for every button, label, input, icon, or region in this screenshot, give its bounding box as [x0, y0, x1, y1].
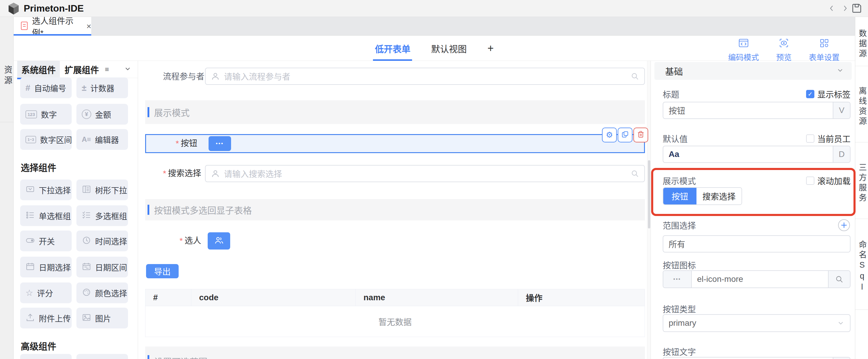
person-picker-button[interactable]	[208, 232, 230, 250]
field-settings-button[interactable]: ⚙	[602, 128, 617, 142]
show-label-checkbox[interactable]: ✓ 显示标签	[806, 88, 850, 100]
tab-extended-components[interactable]: 扩展组件	[65, 63, 99, 76]
save-icon[interactable]	[851, 2, 863, 14]
checkbox-unchecked-icon[interactable]	[806, 134, 814, 143]
range-property-row: 范围选择	[663, 219, 850, 232]
rail-tab-resources-label: 资源	[0, 65, 13, 87]
code-mode-button[interactable]: 编码模式	[728, 38, 759, 62]
title-input[interactable]: 按钮 V	[663, 102, 850, 119]
canvas-scrollbar-thumb[interactable]	[648, 160, 650, 228]
preview-button[interactable]: 预览	[776, 38, 792, 62]
scroll-load-checkbox[interactable]: 滚动加载	[806, 175, 850, 187]
rail-tab-named-sql[interactable]: 命名Sql	[855, 219, 868, 310]
component-chip-number[interactable]: 123 数字	[20, 104, 72, 125]
add-view-button[interactable]: +	[487, 42, 494, 55]
icon-search-button[interactable]	[828, 271, 850, 287]
preview-eye-icon	[778, 38, 789, 50]
component-chip-image[interactable]: 图片	[76, 308, 128, 328]
component-chip-time-picker[interactable]: 时间选择	[76, 230, 128, 251]
component-chip-editor[interactable]: A≡ 编辑器	[76, 129, 128, 150]
counter-icon: ±	[82, 83, 87, 93]
selected-button-field-row[interactable]: *按钮 •••	[145, 134, 645, 153]
search-icon	[631, 72, 639, 80]
default-value-input[interactable]: Aa D	[663, 146, 850, 163]
add-range-button[interactable]	[837, 219, 850, 232]
rail-tab-data-source[interactable]: 数据源	[855, 17, 868, 66]
tab-default-view[interactable]: 默认视图	[431, 36, 467, 61]
field-delete-button[interactable]	[633, 128, 648, 142]
sub-table: # code name 操作 暂无数据	[145, 289, 645, 337]
tab-close-icon[interactable]: ×	[87, 22, 91, 31]
range-select-label: 范围选择	[663, 219, 696, 231]
search-select-placeholder: 请输入搜索选择	[224, 168, 282, 180]
component-chip-checkbox-group[interactable]: 多选框组	[76, 205, 128, 226]
section-accent-bar	[148, 355, 149, 359]
component-chip-radio-group[interactable]: 单选框组	[20, 205, 72, 226]
section-header-selectable-range[interactable]: 设置可选范围	[145, 347, 645, 359]
component-chip-date-picker[interactable]: 日期选择	[20, 257, 72, 277]
current-employee-checkbox[interactable]: 当前员工	[806, 133, 850, 144]
participant-input[interactable]: 请输入流程参与者	[205, 67, 645, 85]
component-chip-dropdown[interactable]: 下拉选择	[20, 180, 72, 200]
title-property-row: 标题 ✓ 显示标签	[663, 88, 850, 100]
button-text-input[interactable]	[663, 357, 850, 359]
component-list-icon[interactable]: ≡	[105, 65, 109, 74]
tab-system-components[interactable]: 系统组件	[17, 61, 60, 79]
component-chip-tree-dropdown[interactable]: 树形下拉	[76, 180, 128, 200]
component-chip-color-picker[interactable]: 颜色选择	[76, 282, 128, 303]
component-chip-partial[interactable]	[20, 354, 72, 359]
sidebar-collapse-chevron-icon[interactable]	[124, 65, 131, 74]
component-chip-upload[interactable]: 附件上传	[20, 308, 72, 328]
button-icon-input-group[interactable]: ••• el-icon-more	[663, 270, 850, 288]
button-text-input-suffix[interactable]	[833, 358, 850, 359]
form-settings-icon	[819, 38, 830, 50]
component-chip-rating[interactable]: ☆ 评分	[20, 282, 72, 303]
nav-back-icon[interactable]	[826, 2, 838, 14]
checkbox-group-icon	[82, 210, 91, 221]
titlebar: Primeton-IDE	[0, 0, 868, 17]
app-title: Primeton-IDE	[24, 3, 84, 14]
range-select-input[interactable]: 所有	[663, 235, 850, 252]
tree-dropdown-icon	[82, 185, 91, 195]
tab-lowcode-form[interactable]: 低开表单	[375, 36, 410, 61]
nav-forward-icon[interactable]	[839, 2, 851, 14]
copy-icon	[621, 131, 629, 139]
default-property-row: 默认值 当前员工	[663, 133, 850, 144]
button-type-select[interactable]: primary	[663, 314, 850, 332]
rail-tab-third-party-services[interactable]: 三方服务	[855, 142, 868, 219]
component-sidebar: 系统组件 扩展组件 ≡ # 自动编号 ± 计数器 123 数字 ¥ 金额 1~3	[13, 61, 138, 359]
dropdown-icon	[26, 185, 35, 195]
property-inspector: 基础 标题 ✓ 显示标签 按钮 V 默认值 当前员工 Aa	[651, 61, 855, 359]
canvas-scrollbar[interactable]	[647, 61, 651, 359]
form-doc-icon	[20, 21, 28, 32]
default-input-suffix[interactable]: D	[833, 146, 850, 162]
right-rail: 数据源 离线资源 三方服务 命名Sql	[855, 17, 868, 359]
section-header-button-mode-table[interactable]: 按钮模式多选回显子表格	[145, 199, 645, 220]
table-header-name: name	[356, 289, 518, 306]
title-input-suffix[interactable]: V	[833, 102, 850, 118]
component-chip-number-range[interactable]: 1~3 数字区间	[20, 129, 72, 150]
button-text-label: 按钮文字	[663, 346, 696, 358]
component-chip-auto-number[interactable]: # 自动编号	[20, 78, 72, 98]
checkbox-checked-icon[interactable]: ✓	[806, 90, 814, 98]
component-chip-date-range[interactable]: 日期区间	[76, 257, 128, 277]
component-chip-partial[interactable]	[76, 354, 128, 359]
component-chip-counter[interactable]: ± 计数器	[76, 78, 128, 98]
segment-option-search-select[interactable]: 搜索选择	[696, 188, 742, 204]
rail-tab-resources[interactable]: 资源	[0, 17, 13, 122]
segment-option-button[interactable]: 按钮	[663, 188, 696, 204]
document-tab-active[interactable]: 选人组件示例* ×	[13, 17, 91, 36]
inspector-section-basic[interactable]: 基础	[654, 62, 852, 80]
checkbox-unchecked-icon[interactable]	[806, 176, 814, 185]
section-header-display-mode[interactable]: 展示模式	[145, 100, 645, 124]
select-person-more-button[interactable]: •••	[209, 136, 231, 151]
component-chip-switch[interactable]: 开关	[20, 230, 72, 251]
search-select-input[interactable]: 请输入搜索选择	[205, 165, 645, 182]
rail-tab-offline-resources[interactable]: 离线资源	[855, 66, 868, 142]
participant-placeholder: 请输入流程参与者	[224, 70, 290, 82]
icon-preview-prefix[interactable]: •••	[663, 271, 692, 287]
field-copy-button[interactable]	[618, 128, 632, 142]
export-button[interactable]: 导出	[146, 264, 179, 278]
form-settings-button[interactable]: 表单设置	[809, 38, 840, 62]
component-chip-money[interactable]: ¥ 金额	[76, 104, 128, 125]
